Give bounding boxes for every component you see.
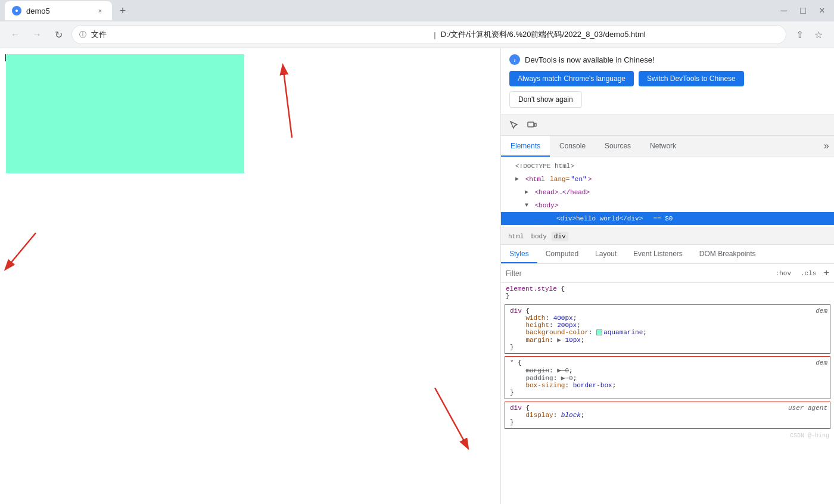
reload-button[interactable]: ↻ <box>50 26 67 43</box>
tree-row-div-selected[interactable]: … <div>hello world</div> == $0 <box>501 212 834 225</box>
subtab-event-listeners[interactable]: Event Listeners <box>625 245 691 263</box>
css-value-width: 400px <box>553 315 573 322</box>
svg-rect-5 <box>528 122 534 127</box>
tab-console[interactable]: Console <box>550 136 595 157</box>
browser-tab[interactable]: demo5 × <box>5 1 112 20</box>
devtools-tabs: Elements Console Sources Network » <box>501 136 834 157</box>
div-tag-selected: <div>hello world</div> <box>556 213 643 224</box>
breadcrumb-div[interactable]: div <box>552 232 568 241</box>
hov-button[interactable]: :hov <box>773 269 793 278</box>
share-button[interactable]: ⇧ <box>791 26 808 43</box>
url-bar[interactable]: ⓘ 文件 | D:/文件/计算机资料/6.%20前端代码/2022_8_03/d… <box>71 25 786 44</box>
html-tag: <html <box>525 174 545 185</box>
main-area: hello world i DevTools is now available … <box>0 48 834 504</box>
svg-line-4 <box>435 388 468 447</box>
minimize-button[interactable]: ─ <box>777 4 791 18</box>
more-tabs-button[interactable]: » <box>819 141 834 152</box>
css-rule-universal: dem * { margin: ▶ 0; padding: ▶ 0; box-s… <box>505 356 830 399</box>
back-button[interactable]: ← <box>7 26 24 43</box>
always-match-language-button[interactable]: Always match Chrome's language <box>509 71 634 86</box>
styles-panel: Styles Computed Layout Event Listeners D… <box>501 245 834 504</box>
filter-input[interactable] <box>506 269 768 278</box>
html-value-en: "en" <box>571 174 586 185</box>
tree-row-head[interactable]: ▶ <head>…</head> <box>501 186 834 199</box>
subtab-computed[interactable]: Computed <box>537 245 587 263</box>
css-brace-close2: } <box>510 389 514 396</box>
new-tab-button[interactable]: + <box>114 2 131 19</box>
css-prop-margin: margin <box>525 337 549 344</box>
css-prop-padding-strikethrough: padding <box>525 375 553 382</box>
css-selector-div2: div <box>510 405 522 412</box>
css-prop-box-sizing: box-sizing <box>525 382 565 389</box>
switch-to-chinese-button[interactable]: Switch DevTools to Chinese <box>639 71 744 86</box>
breadcrumb-html[interactable]: html <box>506 232 526 241</box>
inspect-element-button[interactable] <box>506 117 522 133</box>
css-prop-bg-color: background-color <box>525 329 589 336</box>
css-brace-open2: { <box>518 359 522 366</box>
html-tag-close: > <box>588 174 592 185</box>
csdn-watermark: CSDN @-bing <box>501 431 834 440</box>
devtools-notification: i DevTools is now available in Chinese! … <box>501 48 834 114</box>
css-prop-width: width <box>525 315 545 322</box>
maximize-button[interactable]: □ <box>796 4 810 18</box>
css-value-margin: 10px <box>565 337 580 344</box>
css-source-dem2: dem <box>816 359 827 366</box>
address-bar-right: ⇧ ☆ <box>791 26 827 43</box>
tab-bar: demo5 × + ─ □ × <box>0 0 834 21</box>
subtab-styles[interactable]: Styles <box>501 245 537 263</box>
html-attr-lang: lang= <box>546 174 570 185</box>
notification-message: DevTools is now available in Chinese! <box>525 55 655 64</box>
css-rule-div-useragent: user agent div { display: block; } <box>505 402 830 429</box>
head-tag: <head>…</head> <box>535 187 590 198</box>
close-window-button[interactable]: × <box>815 4 829 18</box>
add-rule-button[interactable]: + <box>823 268 829 279</box>
css-value-bg-color: aquamarine <box>603 329 643 336</box>
css-value-height: 200px <box>557 322 577 329</box>
subtab-dom-breakpoints[interactable]: DOM Breakpoints <box>691 245 764 263</box>
address-bar: ← → ↻ ⓘ 文件 | D:/文件/计算机资料/6.%20前端代码/2022_… <box>0 21 834 48</box>
color-swatch-aquamarine[interactable] <box>596 329 602 335</box>
css-brace-open1: { <box>525 307 530 315</box>
tab-network[interactable]: Network <box>640 136 686 157</box>
tree-row-doctype[interactable]: <!DOCTYPE html> <box>501 160 834 173</box>
expand-arrow-head: ▶ <box>525 187 528 198</box>
bookmark-button[interactable]: ☆ <box>810 26 827 43</box>
tree-row-html[interactable]: ▶ <html lang= "en" > <box>501 173 834 186</box>
css-selector-element-style: element.style <box>506 285 557 293</box>
elements-tree: <!DOCTYPE html> ▶ <html lang= "en" > ▶ <… <box>501 157 834 228</box>
cls-button[interactable]: .cls <box>798 269 819 278</box>
css-rule-element-style: element.style { } <box>501 283 834 302</box>
tab-sources[interactable]: Sources <box>595 136 640 157</box>
css-brace-open3: { <box>525 405 530 412</box>
css-arrow-margin: ▶ <box>557 337 565 344</box>
tab-elements[interactable]: Elements <box>501 136 550 157</box>
css-prop-display: display <box>525 412 553 419</box>
css-brace-close3: } <box>510 419 514 426</box>
devtools-toolbar <box>501 114 834 136</box>
page-content: hello world <box>0 48 500 504</box>
url-text: D:/文件/计算机资料/6.%20前端代码/2022_8_03/demo5.ht… <box>441 29 779 40</box>
tree-row-body[interactable]: ▼ <body> <box>501 199 834 212</box>
device-toolbar-button[interactable] <box>524 117 540 133</box>
tab-title: demo5 <box>26 7 91 15</box>
css-value-box-sizing: border-box <box>573 382 612 389</box>
css-prop-height: height <box>525 322 549 329</box>
doctype-text: <!DOCTYPE html> <box>515 161 574 172</box>
dots-menu[interactable]: … <box>534 213 539 224</box>
tab-bar-controls: ─ □ × <box>777 4 829 18</box>
url-info-icon: ⓘ <box>79 30 86 40</box>
forward-button[interactable]: → <box>29 26 45 43</box>
css-brace-close: } <box>506 293 510 300</box>
notification-title: i DevTools is now available in Chinese! <box>509 54 826 65</box>
subtab-layout[interactable]: Layout <box>587 245 625 263</box>
browser-chrome: demo5 × + ─ □ × ← → ↻ ⓘ 文件 | D:/文件/计算机资料… <box>0 0 834 48</box>
expand-arrow-html: ▶ <box>515 174 519 185</box>
body-tag: <body> <box>535 200 559 211</box>
notification-buttons: Always match Chrome's language Switch De… <box>509 71 826 86</box>
url-prefix: 文件 <box>91 29 429 40</box>
breadcrumb-body[interactable]: body <box>528 232 549 241</box>
svg-point-1 <box>15 10 18 12</box>
css-source-dem1: dem <box>816 307 827 315</box>
tab-close-button[interactable]: × <box>95 6 105 15</box>
dont-show-again-button[interactable]: Don't show again <box>509 91 582 108</box>
